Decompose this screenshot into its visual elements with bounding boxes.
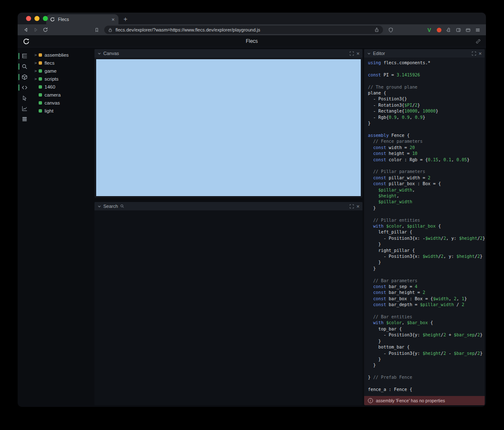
tree-item-flecs[interactable]: >flecs bbox=[34, 59, 92, 67]
window-zoom-button[interactable] bbox=[43, 16, 48, 21]
permalink-icon[interactable] bbox=[475, 39, 481, 44]
canvas-panel-header[interactable]: Canvas × bbox=[94, 49, 362, 58]
tree-item-label: light bbox=[45, 108, 53, 113]
sidebar-search-button[interactable] bbox=[18, 61, 31, 72]
code-line: const pillar_box : Box = { bbox=[368, 181, 485, 186]
3d-viewport[interactable] bbox=[96, 59, 361, 196]
code-line bbox=[368, 308, 485, 314]
code-line bbox=[368, 126, 485, 132]
lock-icon bbox=[108, 28, 113, 32]
search-panel-body[interactable] bbox=[94, 210, 362, 405]
error-message: assembly 'Fence' has no properties bbox=[376, 398, 445, 403]
chevron-down-icon[interactable] bbox=[97, 52, 101, 55]
entity-tree: >assemblies>flecs>game>scripts1460camera… bbox=[31, 47, 93, 407]
browser-window: Flecs × + flecs.dev/ bbox=[18, 13, 486, 407]
editor-panel-header[interactable]: Editor × bbox=[364, 49, 485, 58]
code-line: } // Prefab Fence bbox=[368, 374, 485, 380]
forward-button[interactable] bbox=[32, 26, 40, 34]
address-bar[interactable]: flecs.dev/explorer/?wasm=https://www.fle… bbox=[104, 26, 383, 34]
reload-button[interactable] bbox=[41, 26, 50, 34]
center-column: Canvas × bbox=[93, 47, 363, 407]
shield-icon[interactable] bbox=[386, 26, 395, 34]
canvas-panel-body bbox=[94, 58, 362, 198]
close-panel-icon[interactable]: × bbox=[356, 51, 360, 56]
code-line: const bar_depth = $pillar_width / 2 bbox=[368, 302, 485, 307]
share-icon[interactable] bbox=[374, 27, 379, 32]
code-line bbox=[368, 66, 485, 71]
code-line bbox=[368, 368, 485, 374]
window-close-button[interactable] bbox=[26, 16, 31, 21]
expand-panel-icon[interactable] bbox=[349, 51, 354, 56]
tree-item-label: canvas bbox=[45, 100, 60, 105]
code-line: using flecs.components.* bbox=[368, 60, 485, 66]
code-line: - Rectangle{10000, 10000} bbox=[368, 108, 485, 114]
new-tab-button[interactable]: + bbox=[123, 16, 127, 23]
sidebar-stats-chart-button[interactable] bbox=[18, 103, 31, 114]
window-minimize-button[interactable] bbox=[34, 16, 39, 21]
tab-close-icon[interactable]: × bbox=[111, 17, 115, 22]
code-line: top_bar { bbox=[368, 326, 485, 332]
code-line: - Position3{x: -$width/2, y: $height/2} bbox=[368, 235, 485, 241]
navigation-bar: flecs.dev/explorer/?wasm=https://www.fle… bbox=[18, 24, 486, 35]
tree-item-assemblies[interactable]: >assemblies bbox=[34, 51, 92, 59]
tree-item-camera[interactable]: camera bbox=[34, 91, 92, 99]
menu-icon[interactable] bbox=[473, 26, 482, 34]
tree-item-game[interactable]: >game bbox=[34, 67, 92, 75]
close-panel-icon[interactable]: × bbox=[356, 204, 360, 209]
flecs-logo[interactable] bbox=[23, 38, 30, 45]
expand-chevron-icon[interactable]: > bbox=[34, 76, 39, 81]
chevron-down-icon[interactable] bbox=[367, 52, 371, 55]
code-line bbox=[368, 78, 485, 84]
panel-gap bbox=[94, 198, 362, 202]
tree-item-scripts[interactable]: >scripts bbox=[34, 75, 92, 83]
back-button[interactable] bbox=[22, 26, 30, 34]
sidebar-tables-button[interactable] bbox=[18, 114, 31, 124]
browser-tab[interactable]: Flecs × bbox=[46, 14, 118, 24]
tree-item-light[interactable]: light bbox=[34, 107, 92, 115]
entity-kind-swatch bbox=[39, 85, 42, 89]
tree-item-label: scripts bbox=[45, 76, 58, 81]
chevron-down-icon[interactable] bbox=[97, 205, 101, 208]
entity-kind-swatch bbox=[39, 101, 42, 105]
code-line: // The ground plane bbox=[368, 84, 485, 90]
wallet-icon[interactable] bbox=[464, 26, 472, 34]
expand-chevron-icon[interactable]: > bbox=[34, 52, 39, 57]
code-line: - Rotation3{$PI/2} bbox=[368, 102, 485, 108]
tree-item-canvas[interactable]: canvas bbox=[34, 99, 92, 107]
code-line: - Rgb{0.9, 0.9, 0.9} bbox=[368, 114, 485, 120]
code-line: // Fence parameters bbox=[368, 138, 485, 144]
code-line: $height, bbox=[368, 193, 485, 199]
extensions-puzzle-icon[interactable] bbox=[444, 26, 453, 34]
code-line bbox=[368, 380, 485, 386]
panel-sidebar bbox=[18, 47, 31, 407]
sidebar-code-button[interactable] bbox=[18, 82, 31, 93]
code-line: } bbox=[368, 362, 485, 368]
sidebar-tree-button[interactable] bbox=[18, 51, 31, 61]
editor-panel: Editor × using flecs.components.* const … bbox=[364, 49, 485, 405]
tree-item-label: game bbox=[45, 68, 57, 73]
search-panel-header[interactable]: Search × bbox=[94, 202, 362, 210]
sidebar-canvas-cube-button[interactable] bbox=[18, 72, 31, 82]
code-line: with $color, $pillar_box { bbox=[368, 223, 485, 229]
code-line: with $color, $bar_box { bbox=[368, 320, 485, 325]
extension-red-icon[interactable] bbox=[435, 26, 443, 34]
expand-chevron-icon[interactable]: > bbox=[34, 60, 39, 65]
expand-panel-icon[interactable] bbox=[349, 204, 354, 209]
canvas-panel: Canvas × bbox=[94, 49, 362, 198]
code-line: // Pillar parameters bbox=[368, 168, 485, 174]
expand-panel-icon[interactable] bbox=[472, 51, 476, 56]
sidebar-inspect-cursor-button[interactable] bbox=[18, 93, 31, 103]
sidebar-toggle-icon[interactable] bbox=[454, 26, 462, 34]
bookmark-icon[interactable] bbox=[92, 26, 101, 34]
extension-v-icon[interactable]: V bbox=[425, 26, 433, 34]
tree-item-1460[interactable]: 1460 bbox=[34, 83, 92, 91]
code-area[interactable]: using flecs.components.* const PI = 3.14… bbox=[364, 58, 485, 396]
close-panel-icon[interactable]: × bbox=[478, 51, 482, 56]
url-text: flecs.dev/explorer/?wasm=https://www.fle… bbox=[116, 27, 371, 32]
code-line: } bbox=[368, 120, 485, 126]
code-line: $pillar_width bbox=[368, 199, 485, 205]
code-line: - Position3{y: $height/2 - $bar_sep/2} bbox=[368, 350, 485, 356]
expand-chevron-icon[interactable]: > bbox=[34, 68, 39, 73]
entity-kind-swatch bbox=[39, 109, 42, 113]
search-icon bbox=[120, 204, 124, 208]
